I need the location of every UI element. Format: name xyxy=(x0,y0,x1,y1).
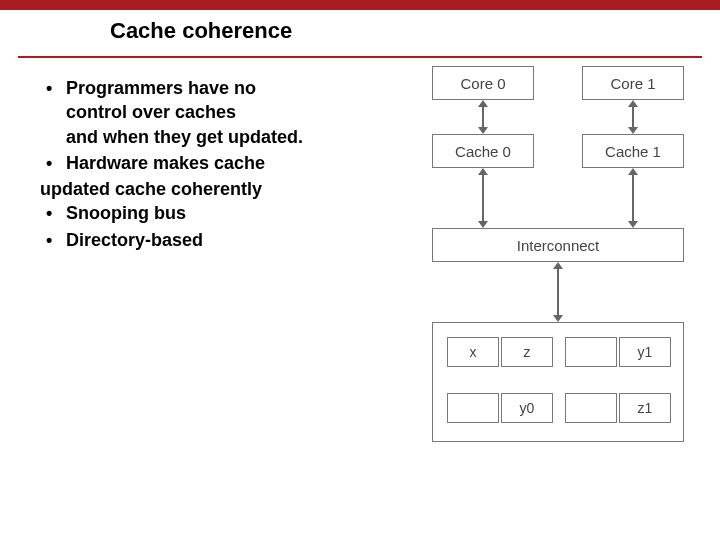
mem-cell-empty-1 xyxy=(565,337,617,367)
arrow-core0-cache0 xyxy=(482,106,484,128)
bullet-4: Directory-based xyxy=(40,228,420,252)
bullet-3: Snooping bus xyxy=(40,201,420,225)
bullet-content: Programmers have no control over caches … xyxy=(40,76,420,254)
mem-cell-y1: y1 xyxy=(619,337,671,367)
mem-cell-z1: z1 xyxy=(619,393,671,423)
box-cache-0: Cache 0 xyxy=(432,134,534,168)
bullet-1: Programmers have no control over caches … xyxy=(40,76,420,149)
box-cache-1: Cache 1 xyxy=(582,134,684,168)
arrow-cache0-interconnect xyxy=(482,174,484,222)
mem-cell-x: x xyxy=(447,337,499,367)
slide-title: Cache coherence xyxy=(110,18,292,44)
architecture-diagram: Core 0 Core 1 Cache 0 Cache 1 Interconne… xyxy=(410,56,708,486)
box-interconnect: Interconnect xyxy=(432,228,684,262)
bullet-1-line-2: control over caches xyxy=(66,102,236,122)
bullet-2-line-1: Hardware makes cache xyxy=(66,153,265,173)
arrow-interconnect-memory xyxy=(557,268,559,316)
arrow-cache1-interconnect xyxy=(632,174,634,222)
mem-cell-y0: y0 xyxy=(501,393,553,423)
title-wrap: Cache coherence xyxy=(110,18,292,44)
bullet-list: Programmers have no control over caches … xyxy=(40,76,420,175)
bullet-2-cont: updated cache coherently xyxy=(40,177,420,201)
bullet-2: Hardware makes cache xyxy=(40,151,420,175)
box-core-1: Core 1 xyxy=(582,66,684,100)
bullet-1-line-1: Programmers have no xyxy=(66,78,256,98)
mem-cell-empty-2 xyxy=(447,393,499,423)
arrow-core1-cache1 xyxy=(632,106,634,128)
bullet-1-line-3: and when they get updated. xyxy=(66,127,303,147)
mem-cell-empty-3 xyxy=(565,393,617,423)
mem-cell-z: z xyxy=(501,337,553,367)
memory-block: x z y1 y0 z1 xyxy=(432,322,684,442)
box-core-0: Core 0 xyxy=(432,66,534,100)
top-red-bar xyxy=(0,0,720,10)
bullet-list-2: Snooping bus Directory-based xyxy=(40,201,420,252)
